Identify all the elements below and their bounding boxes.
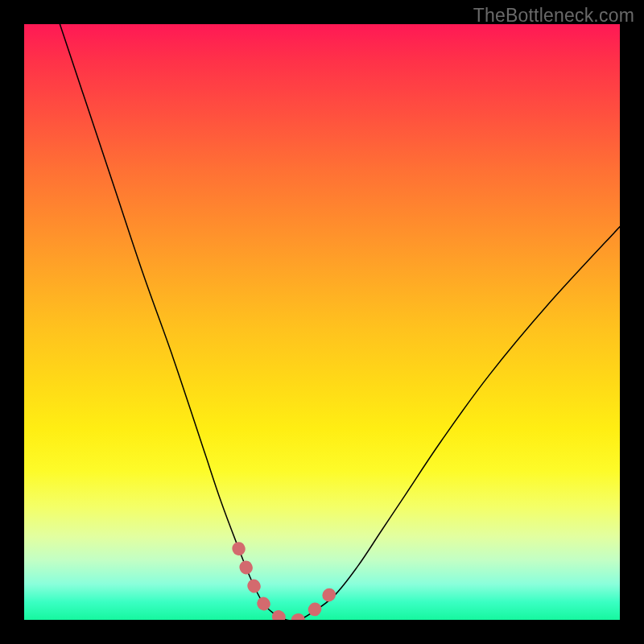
watermark-text: TheBottleneck.com [473, 5, 634, 27]
plot-area [24, 24, 620, 620]
curve-canvas [24, 24, 620, 620]
chart-frame: TheBottleneck.com [0, 0, 644, 644]
bottleneck-curve [60, 24, 620, 620]
highlight-overlay [238, 548, 333, 620]
